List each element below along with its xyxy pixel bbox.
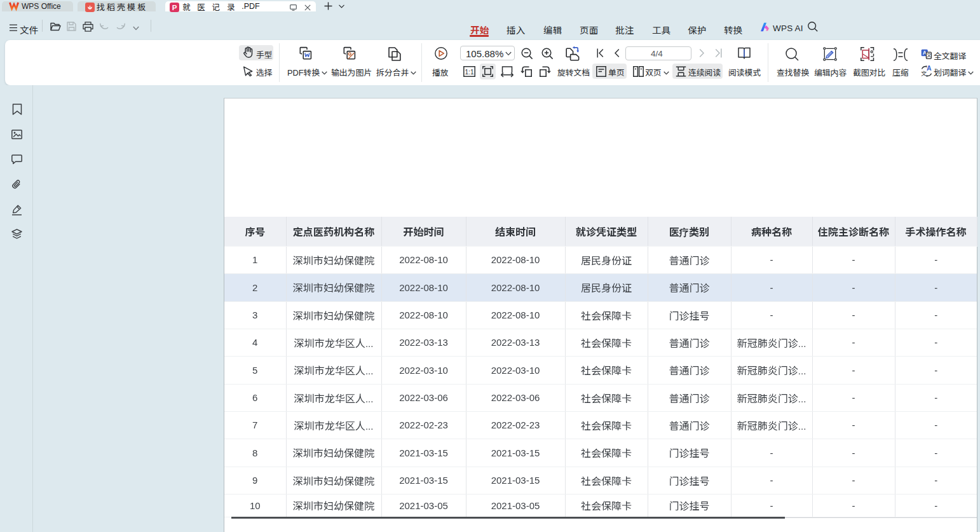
svg-text:1:1: 1:1 <box>465 69 474 76</box>
svg-text:P: P <box>172 4 177 11</box>
svg-text:文: 文 <box>921 69 927 78</box>
svg-text:文: 文 <box>927 51 932 58</box>
svg-text:A: A <box>927 64 932 72</box>
